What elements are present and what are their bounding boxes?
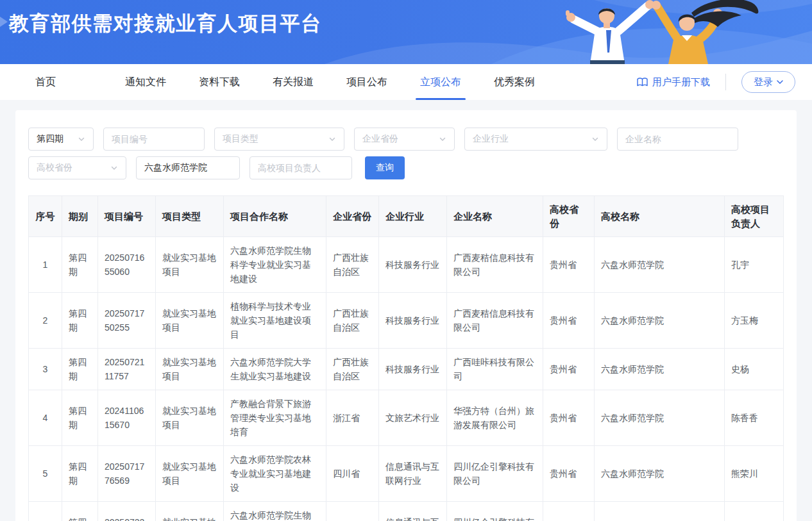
projects-table: 序号期别项目编号项目类型项目合作名称企业省份企业行业企业名称高校省份高校名称高校… bbox=[28, 195, 784, 521]
table-cell: 5 bbox=[29, 446, 62, 502]
chevron-down-icon bbox=[78, 135, 85, 143]
table-cell: 2025071655060 bbox=[98, 237, 156, 293]
column-header-1: 期别 bbox=[62, 196, 98, 237]
table-cell: 六盘水师范学院大学生就业实习基地建设 bbox=[224, 349, 326, 390]
university-province-select[interactable]: 高校省份 bbox=[28, 156, 126, 179]
table-cell: 2025071750255 bbox=[98, 293, 156, 349]
period-select[interactable]: 第四期 bbox=[28, 128, 94, 151]
table-cell: 贵州省 bbox=[543, 349, 595, 390]
table-cell: 广西哇咔科技有限公司 bbox=[447, 349, 543, 390]
table-cell: 第四期 bbox=[62, 502, 98, 521]
search-button[interactable]: 查询 bbox=[365, 156, 405, 179]
table-cell: 第四期 bbox=[62, 446, 98, 502]
table-cell: 4 bbox=[29, 390, 62, 446]
table-cell: 第四期 bbox=[62, 237, 98, 293]
site-title: 教育部供需对接就业育人项目平台 bbox=[9, 10, 322, 37]
column-header-0: 序号 bbox=[29, 196, 62, 237]
column-header-4: 项目合作名称 bbox=[224, 196, 326, 237]
filter-row-1: 第四期项目类型企业省份企业行业 bbox=[28, 128, 784, 151]
table-cell: 陈香香 bbox=[725, 390, 784, 446]
table-cell: 六盘水师范学院生物科学与技术学院就业实习基地建设 bbox=[224, 502, 326, 521]
table-cell: 产教融合背景下旅游管理类专业实习基地培育 bbox=[224, 390, 326, 446]
table-cell: 四川省 bbox=[326, 446, 379, 502]
table-cell: 华强方特（台州）旅游发展有限公司 bbox=[447, 390, 543, 446]
table-cell: 就业实习基地项目 bbox=[156, 390, 224, 446]
chevron-down-icon bbox=[439, 135, 446, 143]
nav-tab-home[interactable]: 首页 bbox=[35, 64, 56, 100]
enterprise-industry-select[interactable]: 企业行业 bbox=[464, 128, 607, 151]
chevron-down-icon bbox=[110, 164, 118, 172]
table-cell: 2024110615670 bbox=[98, 390, 156, 446]
table-cell: 四川省 bbox=[326, 502, 379, 521]
filter-bar: 第四期项目类型企业省份企业行业 高校省份查询 bbox=[28, 128, 784, 179]
table-cell: 广西壮族自治区 bbox=[326, 349, 379, 390]
university-province-select-value: 高校省份 bbox=[37, 162, 72, 174]
table-cell: 广西壮族自治区 bbox=[326, 293, 379, 349]
table-cell: 1 bbox=[29, 237, 62, 293]
table-cell: 就业实习基地项目 bbox=[156, 349, 224, 390]
table-cell: 科技服务行业 bbox=[379, 237, 447, 293]
table-row: 6第四期2025072218392就业实习基地项目六盘水师范学院生物科学与技术学… bbox=[29, 502, 784, 521]
chevron-down-icon bbox=[777, 80, 783, 84]
table-cell: 李杰 bbox=[725, 502, 784, 521]
table-cell: 贵州省 bbox=[543, 446, 595, 502]
table-header-row: 序号期别项目编号项目类型项目合作名称企业省份企业行业企业名称高校省份高校名称高校… bbox=[29, 196, 784, 237]
table-cell: 四川亿企引擎科技有限公司 bbox=[447, 502, 543, 521]
content: 第四期项目类型企业省份企业行业 高校省份查询 序号期别项目编号项目类型项目合作名… bbox=[0, 100, 812, 521]
nav-tab-excellent-cases[interactable]: 优秀案例 bbox=[494, 64, 535, 100]
table-cell: 贵州省 bbox=[543, 390, 595, 446]
table-cell: 六盘水师范学院 bbox=[595, 502, 725, 521]
table-cell: 方玉梅 bbox=[725, 293, 784, 349]
chevron-down-icon bbox=[591, 135, 599, 143]
column-header-2: 项目编号 bbox=[98, 196, 156, 237]
login-label: 登录 bbox=[754, 76, 773, 88]
nav-tab-approval-announcement[interactable]: 立项公布 bbox=[420, 64, 461, 100]
table-cell: 六盘水师范学院 bbox=[595, 349, 725, 390]
table-cell: 第四期 bbox=[62, 293, 98, 349]
university-leader-input[interactable] bbox=[250, 156, 352, 179]
header-illustration bbox=[540, 0, 771, 64]
enterprise-province-select-value: 企业省份 bbox=[362, 133, 398, 145]
table-cell: 科技服务行业 bbox=[379, 293, 447, 349]
table-cell: 信息通讯与互联网行业 bbox=[379, 502, 447, 521]
enterprise-name-input[interactable] bbox=[617, 128, 738, 151]
column-header-8: 高校省份 bbox=[543, 196, 595, 237]
project-number-input[interactable] bbox=[103, 128, 205, 151]
table-cell: 植物科学与技术专业就业实习基地建设项目 bbox=[224, 293, 326, 349]
nav-tab-project-announcement[interactable]: 项目公布 bbox=[346, 64, 387, 100]
table-cell: 六盘水师范学院生物科学专业就业实习基地建设 bbox=[224, 237, 326, 293]
table-cell: 第四期 bbox=[62, 390, 98, 446]
table-cell: 史杨 bbox=[725, 349, 784, 390]
table-cell: 2025072218392 bbox=[98, 502, 156, 521]
nav-tab-related-reports[interactable]: 有关报道 bbox=[273, 64, 314, 100]
table-row: 4第四期2024110615670就业实习基地项目产教融合背景下旅游管理类专业实… bbox=[29, 390, 784, 446]
user-manual-download-link[interactable]: 用户手册下载 bbox=[637, 76, 710, 88]
nav-tab-notice-files[interactable]: 通知文件 bbox=[125, 64, 166, 100]
table-cell: 就业实习基地项目 bbox=[156, 237, 224, 293]
column-header-3: 项目类型 bbox=[156, 196, 224, 237]
project-type-select[interactable]: 项目类型 bbox=[214, 128, 344, 151]
table-cell: 六盘水师范学院 bbox=[595, 237, 725, 293]
table-cell: 信息通讯与互联网行业 bbox=[379, 446, 447, 502]
login-button[interactable]: 登录 bbox=[741, 71, 795, 93]
university-name-input[interactable] bbox=[136, 156, 240, 179]
table-row: 5第四期2025071776569就业实习基地项目六盘水师范学院农林专业就业实习… bbox=[29, 446, 784, 502]
table-cell: 3 bbox=[29, 349, 62, 390]
table-cell: 广西壮族自治区 bbox=[326, 237, 379, 293]
enterprise-industry-select-value: 企业行业 bbox=[473, 133, 509, 145]
table-cell: 贵州省 bbox=[543, 293, 595, 349]
user-manual-label: 用户手册下载 bbox=[652, 76, 710, 88]
nav-tabs: 首页通知文件资料下载有关报道项目公布立项公布优秀案例 bbox=[35, 64, 568, 100]
nav-right-group: 用户手册下载 登录 bbox=[637, 71, 786, 93]
book-icon bbox=[637, 78, 648, 87]
table-cell: 浙江省 bbox=[326, 390, 379, 446]
table-cell: 贵州省 bbox=[543, 237, 595, 293]
nav-tab-material-download[interactable]: 资料下载 bbox=[199, 64, 240, 100]
period-select-value: 第四期 bbox=[37, 133, 63, 145]
table-row: 1第四期2025071655060就业实习基地项目六盘水师范学院生物科学专业就业… bbox=[29, 237, 784, 293]
table-cell: 四川亿企引擎科技有限公司 bbox=[447, 446, 543, 502]
filter-row-2: 高校省份查询 bbox=[28, 156, 784, 179]
vertical-divider bbox=[725, 74, 726, 90]
column-header-7: 企业名称 bbox=[447, 196, 543, 237]
enterprise-province-select[interactable]: 企业省份 bbox=[354, 128, 455, 151]
